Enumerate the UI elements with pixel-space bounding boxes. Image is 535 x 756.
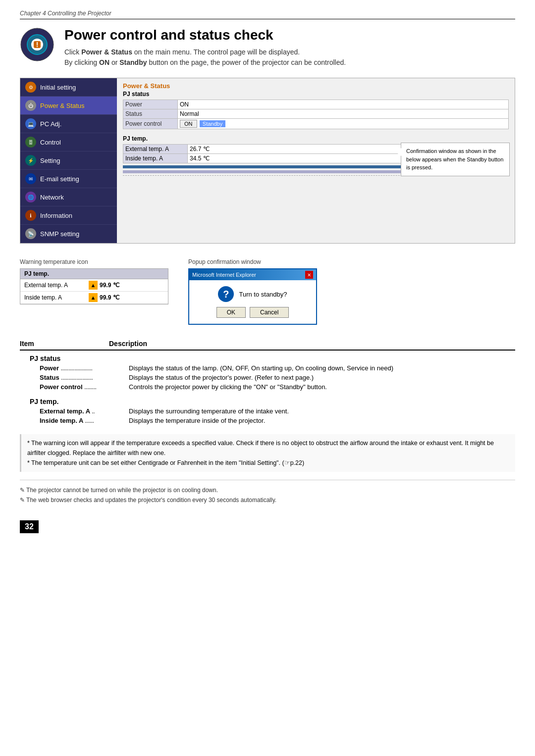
power-control-label: Power control [123,119,178,129]
col-item-header: Item [20,340,109,348]
table-inside-temp-desc: Displays the temperature inside of the p… [129,417,515,424]
data-table-section: Item Description PJ status Power .......… [20,340,515,424]
sidebar-item-control-label: Control [40,139,61,146]
ie-close-button[interactable]: ✕ [305,271,313,279]
ie-titlebar: Microsoft Internet Explorer ✕ [189,269,316,280]
pc-adj-icon: 💻 [25,118,36,129]
footer-notes: ✎ The projector cannot be turned on whil… [20,480,515,505]
sidebar-item-email-setting-label: E-mail setting [40,175,79,183]
projector-icon: ! [20,27,54,62]
callout-arrow [395,148,401,156]
note-2: * The temperature unit can be set either… [27,458,509,468]
power-status-icon: ⏻ [25,100,36,111]
ok-button[interactable]: OK [216,307,246,318]
table-external-temp-label: External temp. A .. [40,407,129,415]
ie-popup: Microsoft Internet Explorer ✕ ? Turn to … [188,268,317,325]
warning-icon-1: ▲ [89,281,98,290]
footer-note-1: ✎ The projector cannot be turned on whil… [20,485,515,495]
pj-status-entry-title: PJ status [20,354,515,362]
page-number: 32 [20,520,39,533]
power-control-buttons: ON Standby [178,119,509,129]
inside-temp-warning-value: 99.9 ℃ [100,294,119,301]
ie-body: ? Turn to standby? OK Cancel [189,280,316,324]
pj-temp-entry: PJ temp. External temp. A .. Displays th… [20,398,515,424]
status-table: Power ON Status Normal Power control ON … [123,100,509,129]
table-inside-temp-label: Inside temp. A ...... [40,417,129,424]
setting-icon: ⚡ [25,155,36,166]
sidebar-item-setting[interactable]: ⚡ Setting [20,151,117,170]
status-label: Status [123,109,178,119]
external-temp-warning-label: External temp. A [24,282,89,289]
pj-status-title: PJ status [123,91,509,98]
title-section: ! Power control and status check Click P… [20,27,515,68]
pj-temp-entry-title: PJ temp. [20,398,515,405]
popup-confirmation-section: Popup confirmation window Microsoft Inte… [188,258,317,325]
status-value: Normal [178,109,509,119]
initial-setting-icon: ⚙ [25,82,36,93]
external-temp-label: External temp. A [123,145,188,154]
temp-warning-box: PJ temp. External temp. A ▲ 99.9 ℃ Insid… [20,268,168,304]
table-row-status: Status ..................... Displays th… [20,374,515,381]
table-header: Item Description [20,340,515,351]
sidebar-item-snmp-setting[interactable]: 📡 SNMP setting [20,225,117,243]
active-menu-title: Power & Status [123,82,509,90]
table-row-power: Power ..................... Displays the… [20,364,515,372]
notes-section: * The warning icon will appear if the te… [20,434,515,472]
pj-status-section: Power & Status PJ status Power ON Status… [117,78,515,133]
chapter-heading-text: Chapter 4 Controlling the Projector [20,10,111,17]
external-temp-warning-value: 99.9 ℃ [100,282,119,289]
svg-text:!: ! [36,41,39,49]
sidebar-item-snmp-setting-label: SNMP setting [40,230,79,238]
warning-temp-label: Warning temperature icon [20,258,168,265]
temp-table: External temp. A 26.7 ℃ Inside temp. A 3… [123,144,431,163]
table-external-temp-desc: Displays the surrounding temperature of … [129,407,515,415]
sidebar-item-power-status[interactable]: ⏻ Power & Status [20,97,117,115]
sidebar-item-control[interactable]: 🎛 Control [20,133,117,151]
sidebar-item-pc-adj[interactable]: 💻 PC Adj. [20,115,117,133]
inside-temp-row: Inside temp. A 34.5 ℃ [123,154,431,163]
sidebar-item-network[interactable]: 🌐 Network [20,188,117,206]
sidebar: ⚙ Initial setting ⏻ Power & Status 💻 PC … [20,78,117,243]
screenshot-area: ⚙ Initial setting ⏻ Power & Status 💻 PC … [20,78,515,244]
sidebar-item-setting-label: Setting [40,157,60,164]
table-status-desc: Displays the status of the projector's p… [129,374,515,381]
temp-warning-header: PJ temp. [20,269,168,279]
cancel-button[interactable]: Cancel [250,307,289,318]
warning-temp-section: Warning temperature icon PJ temp. Extern… [20,258,168,304]
table-power-control-desc: Controls the projector power by clicking… [129,383,515,391]
table-power-label: Power ..................... [40,364,129,372]
external-temp-warning-row: External temp. A ▲ 99.9 ℃ [20,279,168,292]
sidebar-item-initial-setting-label: Initial setting [40,84,76,91]
sidebar-item-initial-setting[interactable]: ⚙ Initial setting [20,78,117,97]
power-control-row: Power control ON Standby [123,119,509,129]
snmp-setting-icon: 📡 [25,228,36,239]
external-temp-value: 26.7 ℃ [188,145,431,154]
ie-message: Turn to standby? [239,291,287,298]
main-panel: Power & Status PJ status Power ON Status… [117,78,515,243]
inside-temp-value: 34.5 ℃ [188,154,431,163]
ie-buttons: OK Cancel [216,307,289,318]
table-row-power-control: Power control ........ Controls the proj… [20,383,515,391]
email-setting-icon: ✉ [25,173,36,184]
sidebar-item-email-setting[interactable]: ✉ E-mail setting [20,170,117,188]
inside-temp-warning-row: Inside temp. A ▲ 99.9 ℃ [20,292,168,304]
on-button[interactable]: ON [180,120,197,128]
sidebar-item-power-status-label: Power & Status [40,102,85,109]
confirmation-text: Confirmation window as shown in the belo… [406,148,503,170]
network-icon: 🌐 [25,192,36,202]
sidebar-item-information-label: Information [40,212,72,219]
question-icon: ? [218,286,234,302]
table-row-inside-temp: Inside temp. A ...... Displays the tempe… [20,417,515,424]
screenshots-row: Warning temperature icon PJ temp. Extern… [20,258,515,325]
pj-temp-title: PJ temp. [123,135,509,142]
sidebar-item-network-label: Network [40,194,64,201]
information-icon: ℹ [25,210,36,221]
control-icon: 🎛 [25,137,36,148]
warning-icon-2: ▲ [89,293,98,302]
sidebar-item-pc-adj-label: PC Adj. [40,120,61,128]
sidebar-item-information[interactable]: ℹ Information [20,206,117,225]
standby-button[interactable]: Standby [200,120,225,127]
ie-question-row: ? Turn to standby? [218,286,287,302]
power-value: ON [178,100,509,109]
confirmation-callout: Confirmation window as shown in the belo… [401,143,510,176]
